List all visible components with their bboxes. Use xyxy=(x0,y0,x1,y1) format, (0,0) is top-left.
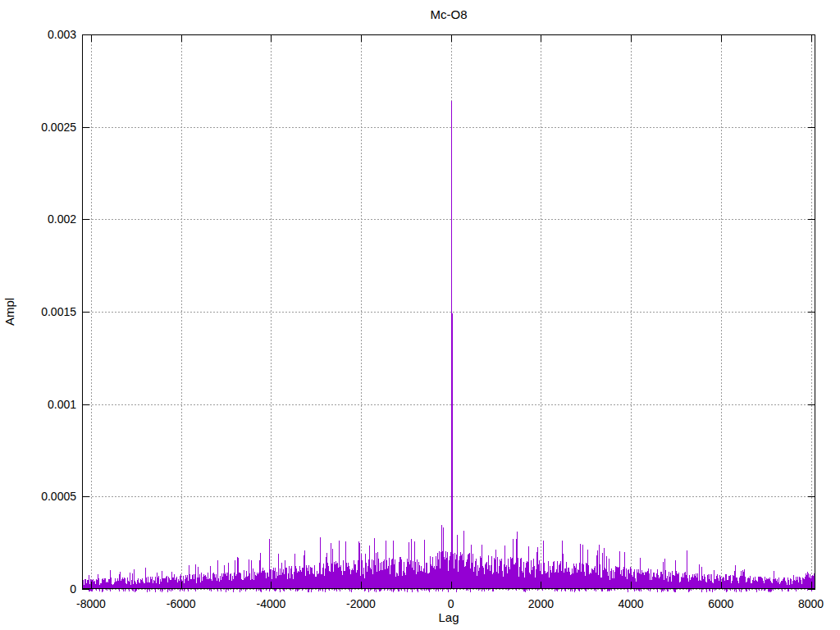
chart-title: Mc-O8 xyxy=(82,7,815,21)
plot-border xyxy=(83,35,815,589)
y-tick-label: 0.0005 xyxy=(41,490,76,503)
x-tick-label: -2000 xyxy=(346,597,376,610)
x-axis-label: Lag xyxy=(82,610,815,624)
y-tick-label: 0.0025 xyxy=(41,121,76,134)
x-tick-label: -4000 xyxy=(256,597,285,610)
tick-marks xyxy=(82,34,815,590)
y-tick-label: 0.002 xyxy=(48,212,76,226)
x-tick-label: -6000 xyxy=(167,597,196,610)
x-tick-label: 8000 xyxy=(798,597,824,610)
x-tick-label: 2000 xyxy=(528,597,554,610)
plot-area: -8000-6000-4000-20000200040006000800000.… xyxy=(0,0,840,630)
x-tick-label: -8000 xyxy=(76,597,106,610)
gridlines xyxy=(82,34,815,590)
y-axis-label: Ampl xyxy=(2,298,16,326)
y-tick-label: 0.0015 xyxy=(41,305,76,318)
y-tick-label: 0 xyxy=(70,582,76,596)
y-tick-label: 0.001 xyxy=(48,398,76,411)
correlation-chart: Mc-O8 Ampl Lag -8000-6000-4000-200002000… xyxy=(0,0,840,630)
y-tick-label: 0.003 xyxy=(48,28,76,41)
x-tick-label: 4000 xyxy=(619,597,644,610)
x-tick-label: 0 xyxy=(448,597,454,610)
series-impulses xyxy=(83,101,815,589)
x-tick-label: 6000 xyxy=(708,597,733,610)
